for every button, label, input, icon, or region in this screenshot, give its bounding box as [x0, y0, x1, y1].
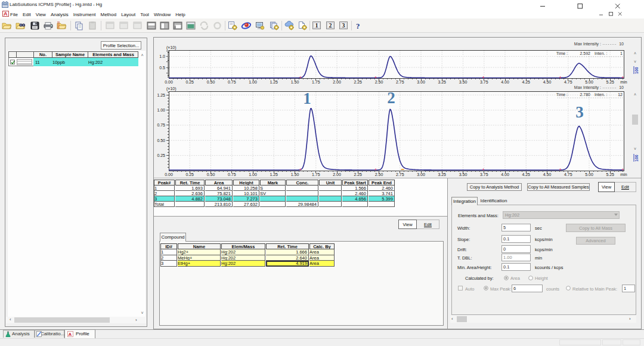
svg-text:100: 100	[634, 155, 639, 162]
svg-text:0.75: 0.75	[228, 172, 236, 177]
svg-text:0.50: 0.50	[207, 172, 215, 177]
svg-text:100: 100	[634, 67, 639, 74]
svg-text:A: A	[69, 332, 72, 337]
svg-text:4.50: 4.50	[543, 172, 552, 177]
svg-text:Time :: Time :	[556, 51, 568, 55]
svg-text:0.75: 0.75	[157, 123, 165, 127]
svg-text:2.780: 2.780	[580, 92, 590, 97]
svg-text:2.25: 2.25	[354, 172, 362, 177]
svg-text:4.75: 4.75	[564, 172, 572, 177]
svg-text:2.00: 2.00	[333, 172, 341, 177]
svg-text:1.25: 1.25	[157, 93, 165, 97]
svg-text:3.50: 3.50	[459, 172, 467, 177]
svg-text:2.75: 2.75	[396, 172, 404, 177]
svg-text:3.25: 3.25	[438, 172, 446, 177]
svg-text:1.0: 1.0	[159, 54, 165, 58]
svg-text:4.25: 4.25	[522, 172, 530, 177]
svg-text:5.25: 5.25	[606, 172, 614, 177]
svg-text:0.00: 0.00	[165, 172, 173, 177]
svg-text:5.00: 5.00	[585, 172, 593, 177]
svg-text:3: 3	[342, 22, 345, 29]
svg-text:0.25: 0.25	[157, 153, 165, 157]
svg-text:1.00: 1.00	[157, 108, 165, 112]
svg-text:2.50: 2.50	[375, 172, 383, 177]
svg-text:?: ?	[356, 21, 360, 30]
svg-text:(×10): (×10)	[166, 86, 177, 91]
svg-text:1.00: 1.00	[249, 172, 257, 177]
svg-text:1.50: 1.50	[291, 172, 299, 177]
svg-text:Time :: Time :	[556, 92, 568, 97]
svg-text:1: 1	[303, 89, 311, 107]
svg-text:0.5: 0.5	[159, 66, 165, 70]
svg-text:3: 3	[575, 103, 584, 121]
svg-text:12: 12	[618, 92, 623, 97]
svg-text:2: 2	[387, 89, 395, 107]
svg-text:0.50: 0.50	[157, 138, 165, 143]
svg-text:A: A	[4, 11, 8, 17]
svg-text:3.00: 3.00	[417, 172, 425, 177]
svg-text:Max Intensity :: Max Intensity :	[574, 85, 601, 90]
svg-text:1: 1	[620, 51, 623, 55]
svg-text:1: 1	[315, 22, 318, 29]
svg-text:Max Intensity :: Max Intensity :	[574, 42, 601, 47]
svg-text:3.75: 3.75	[480, 172, 488, 177]
svg-text:Inten. :: Inten. :	[595, 51, 607, 55]
svg-text:(×10): (×10)	[166, 45, 177, 50]
svg-text:2: 2	[329, 22, 332, 29]
svg-text:10: 10	[619, 85, 624, 89]
svg-text:10: 10	[619, 42, 624, 46]
svg-text:1.75: 1.75	[312, 172, 320, 177]
svg-text:Inten. :: Inten. :	[595, 92, 607, 97]
svg-text:min: min	[620, 172, 627, 177]
svg-text:2.592: 2.592	[580, 51, 590, 55]
svg-text:0.25: 0.25	[185, 172, 194, 177]
svg-text:4.00: 4.00	[501, 172, 509, 177]
svg-text:1.25: 1.25	[270, 172, 278, 177]
